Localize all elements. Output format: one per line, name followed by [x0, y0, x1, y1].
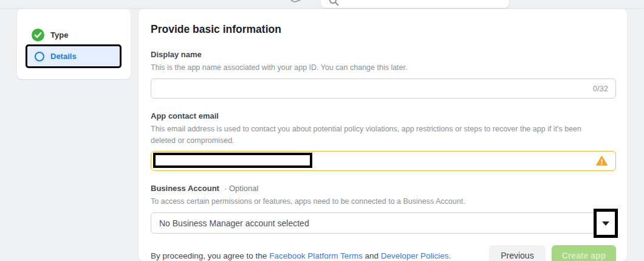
step-item-details[interactable]: Details: [26, 44, 122, 68]
previous-button[interactable]: Previous: [489, 245, 545, 261]
display-name-section: Display name This is the app name associ…: [151, 49, 616, 99]
business-account-selected-value: No Business Manager account selected: [151, 218, 309, 228]
char-counter: 0/32: [593, 84, 615, 93]
business-account-label: Business Account: [151, 184, 219, 193]
footer-row: By proceeding, you agree to the Facebook…: [151, 245, 616, 261]
terms-prefix: By proceeding, you agree to the: [151, 251, 269, 260]
search-icon: [329, 0, 339, 6]
create-app-button[interactable]: Create app: [552, 245, 616, 261]
step-item-type[interactable]: Type: [32, 29, 68, 41]
page-title: Provide basic information: [151, 23, 616, 36]
contact-email-section: App contact email This email address is …: [151, 110, 616, 172]
top-bar: [0, 0, 644, 8]
optional-text: · Optional: [224, 184, 258, 193]
business-account-section: Business Account · Optional To access ce…: [151, 183, 616, 234]
contact-email-helper: This email address is used to contact yo…: [151, 124, 605, 147]
contact-email-label: App contact email: [151, 111, 219, 120]
terms-middle: and: [363, 251, 381, 260]
business-account-dropdown[interactable]: No Business Manager account selected: [151, 212, 616, 234]
redaction-box: [153, 153, 312, 168]
developer-policies-link[interactable]: Developer Policies.: [381, 251, 451, 260]
terms-text: By proceeding, you agree to the Facebook…: [151, 251, 451, 260]
chevron-down-icon: [602, 221, 609, 226]
facebook-platform-terms-link[interactable]: Facebook Platform Terms: [269, 251, 363, 260]
step-complete-check-icon: [32, 29, 44, 41]
dropdown-caret-annotation-box[interactable]: [594, 209, 618, 238]
basic-information-panel: Provide basic information Display name T…: [139, 9, 627, 261]
display-name-label: Display name: [151, 50, 202, 59]
display-name-helper: This is the app name associated with you…: [151, 62, 605, 74]
partial-toolbar-icon-2: [298, 0, 303, 2]
display-name-input[interactable]: 0/32: [151, 78, 616, 99]
business-account-helper: To access certain permissions or feature…: [151, 196, 605, 207]
step-current-circle-icon: [35, 52, 44, 61]
warning-icon: [596, 156, 608, 166]
creation-steps-panel: Type Details: [17, 9, 131, 79]
contact-email-input[interactable]: [151, 151, 616, 171]
step-details-label: Details: [50, 52, 77, 61]
footer-buttons: Previous Create app: [489, 245, 616, 261]
step-type-label: Type: [50, 30, 68, 40]
search-input[interactable]: [321, 0, 509, 8]
